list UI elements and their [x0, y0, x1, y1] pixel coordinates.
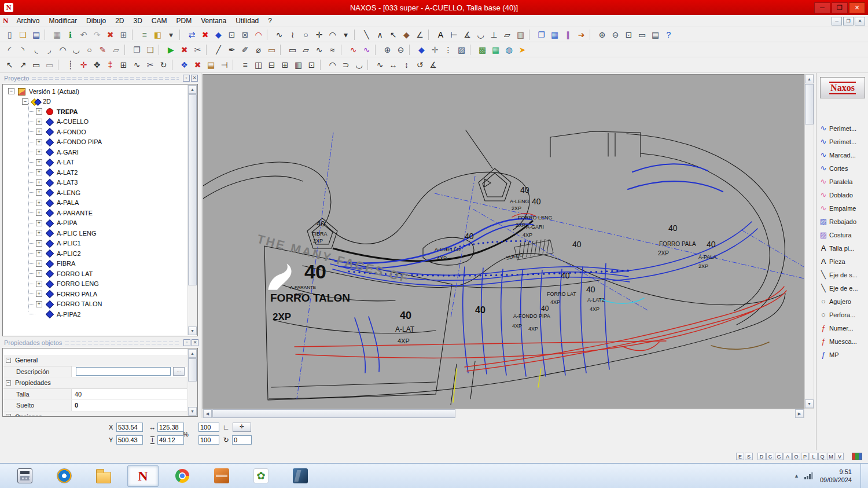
select-ne-icon[interactable]: ↗	[16, 58, 30, 71]
snap-toggle[interactable]: G	[775, 453, 783, 460]
snap-toggle[interactable]: O	[792, 453, 800, 460]
snap-toggle[interactable]: S	[745, 453, 753, 460]
width-input[interactable]	[157, 423, 184, 432]
project-tree-item[interactable]: + A-PLIC LENG	[3, 228, 187, 239]
scroll-down-icon[interactable]: ▼	[188, 326, 197, 335]
menu-item[interactable]: Dibujo	[82, 16, 111, 26]
side-tool-item[interactable]: ∿ Empalme	[816, 201, 868, 215]
scroll-up-icon[interactable]: ▲	[188, 85, 197, 94]
expand-icon[interactable]: −	[8, 88, 14, 94]
child-close-button[interactable]: ✕	[855, 17, 865, 25]
tape-measure-icon[interactable]: ▭	[265, 43, 278, 56]
expand-icon[interactable]: +	[36, 200, 42, 206]
zoom-minus-icon[interactable]: ⊖	[394, 43, 407, 56]
project-tree-item[interactable]: + A-LAT	[3, 157, 187, 168]
open-file-icon[interactable]: ❏	[16, 28, 30, 41]
snap-toggle[interactable]: Q	[818, 453, 826, 460]
table-icon[interactable]: ⊞	[117, 28, 130, 41]
section-row-opciones[interactable]: − Opciones	[3, 412, 187, 417]
side-tool-item[interactable]: ○ Agujero	[816, 295, 868, 308]
naxos-app-icon[interactable]: N	[127, 465, 159, 487]
scale-y-input[interactable]	[198, 435, 219, 445]
parallelogram-icon[interactable]: ▱	[299, 43, 312, 56]
zoom-window-icon[interactable]: ⊡	[622, 28, 635, 41]
box-app-icon[interactable]	[206, 465, 237, 487]
scroll-thumb[interactable]	[188, 94, 197, 285]
new-window-icon[interactable]: ❐	[535, 28, 548, 41]
expand-icon[interactable]	[36, 311, 42, 317]
drawing-canvas[interactable]: THE MANY FACES OF 40FORRO TALON2XP40FIBR…	[203, 74, 804, 409]
diameter-icon[interactable]: ⌀	[252, 43, 265, 56]
delete-icon[interactable]: ✖	[104, 28, 117, 41]
pen-icon[interactable]: ✒	[225, 43, 238, 56]
angle-measure-icon[interactable]: ∡	[426, 58, 440, 71]
dropdown-arrow-icon[interactable]: ▾	[164, 28, 178, 41]
project-tree-item[interactable]: + FIBRA	[3, 259, 187, 269]
zoom-out-icon[interactable]: ⊖	[609, 28, 622, 41]
select-rect-icon[interactable]: ▭	[30, 58, 43, 71]
section-row-propiedades[interactable]: − Propiedades	[3, 377, 187, 389]
side-tool-item[interactable]: ∿ Perimet...	[816, 122, 868, 135]
stitch-dots-icon[interactable]: ⋮	[442, 43, 455, 56]
rotate-ccw-icon[interactable]: ↺	[413, 58, 426, 71]
texture-icon[interactable]: ▦	[489, 43, 502, 56]
menu-item[interactable]: Modificar	[44, 16, 82, 26]
project-tree-item[interactable]: + A-GARI	[3, 147, 187, 157]
scroll-up-icon[interactable]: ▲	[805, 75, 814, 83]
canvas-horizontal-scrollbar[interactable]: ◀ ▶	[203, 409, 804, 419]
project-tree-item[interactable]: + A-PIPA	[3, 218, 187, 229]
side-tool-item[interactable]: ∿ Paralela	[816, 175, 868, 188]
expand-icon[interactable]: +	[36, 260, 42, 267]
side-tool-item[interactable]: ∿ Cortes	[816, 162, 868, 175]
menu-item[interactable]: 2D	[111, 16, 128, 26]
align-stack-icon[interactable]: ≡	[238, 58, 252, 71]
project-tree-item[interactable]: + A-LENG	[3, 188, 187, 198]
talla-value[interactable]: 40	[72, 389, 187, 400]
side-tool-item[interactable]: ∿ Doblado	[816, 188, 868, 201]
frame-icon[interactable]: ⊡	[305, 58, 318, 71]
scale-x-input[interactable]	[198, 423, 219, 432]
collapse-icon[interactable]: −	[6, 414, 11, 416]
arc-icon[interactable]: ◠	[326, 28, 339, 41]
project-tree-item[interactable]: A-PIPA2	[3, 309, 187, 320]
measure-arc-icon[interactable]: ◡	[474, 28, 487, 41]
expand-icon[interactable]: +	[36, 291, 42, 297]
side-tool-item[interactable]: ∿ Marcad...	[816, 148, 868, 162]
join-icon[interactable]: ⊞	[278, 58, 292, 71]
panel-dock-icon[interactable]: ▫	[183, 75, 190, 82]
fill-color-icon[interactable]: ◧	[151, 28, 164, 41]
arc-bottom-icon[interactable]: ◡	[69, 43, 83, 56]
project-tree-item[interactable]: + A-FONDO PIPA	[3, 137, 187, 148]
expand-icon[interactable]: +	[36, 250, 42, 256]
calculator-icon[interactable]	[9, 465, 41, 487]
snap-toggle[interactable]: M	[827, 453, 835, 460]
scissors-icon[interactable]: ✂	[191, 43, 204, 56]
undo-icon[interactable]: ↶	[77, 28, 90, 41]
snap-toggle[interactable]: D	[757, 453, 766, 460]
canvas-vertical-scrollbar[interactable]: ▲ ▼	[804, 74, 814, 409]
save-icon[interactable]: ▤	[30, 28, 43, 41]
expand-icon[interactable]: +	[36, 301, 42, 307]
side-tool-item[interactable]: A Pieza	[816, 255, 868, 268]
solid-diamond-icon[interactable]: ◆	[400, 28, 413, 41]
rect-shape-icon[interactable]: ▭	[286, 43, 299, 56]
arc-join-icon[interactable]: ◠	[326, 58, 339, 71]
x-coordinate-input[interactable]	[116, 423, 143, 432]
expand-icon[interactable]: +	[36, 179, 42, 186]
expand-icon[interactable]: +	[36, 220, 42, 226]
play-icon[interactable]: ▶	[164, 43, 178, 56]
select-nw-icon[interactable]: ↖	[3, 58, 16, 71]
pdm-database-icon[interactable]: ▦	[50, 28, 64, 41]
curve-dropdown-icon[interactable]: ▾	[339, 28, 352, 41]
zoom-plus-icon[interactable]: ⊕	[381, 43, 394, 56]
redo-icon[interactable]: ↷	[90, 28, 104, 41]
expand-icon[interactable]: +	[36, 210, 42, 216]
angle-icon[interactable]: ∠	[413, 28, 426, 41]
menu-item[interactable]: CAM	[147, 16, 172, 26]
measure-length-icon[interactable]: ⊢	[447, 28, 461, 41]
help-icon[interactable]: ?	[662, 28, 675, 41]
descripcion-input[interactable]	[76, 367, 171, 376]
paste-icon[interactable]: ❏	[144, 43, 157, 56]
split-v-icon[interactable]: ⊟	[265, 58, 278, 71]
network-bars-icon[interactable]	[804, 472, 814, 479]
